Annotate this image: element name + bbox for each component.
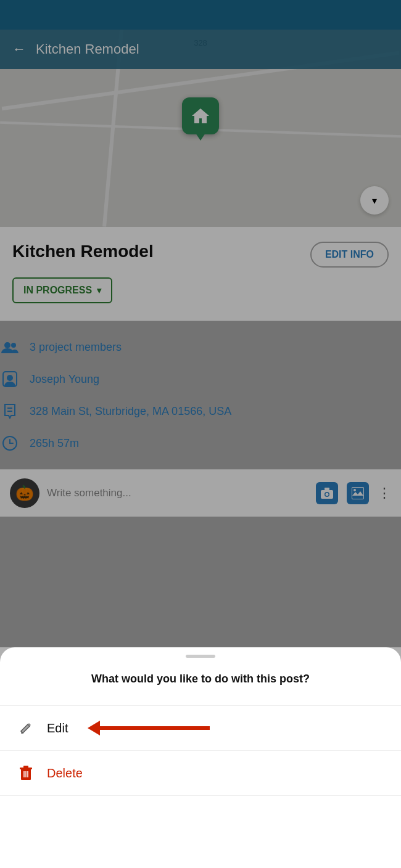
svg-rect-18 [23,766,28,768]
delete-label: Delete [47,766,83,780]
edit-label: Edit [47,721,68,735]
delete-item[interactable]: Delete [0,751,401,795]
arrow-head [88,721,100,735]
arrow-container [88,721,210,735]
bottom-sheet: What would you like to do with this post… [0,647,401,868]
arrow-line [99,726,210,730]
edit-item[interactable]: Edit [0,706,401,750]
sheet-title: What would you like to do with this post… [0,673,401,686]
sheet-handle [186,655,215,658]
pencil-icon [19,721,33,735]
trash-icon [19,766,33,780]
dim-overlay [0,0,401,647]
edit-icon [17,719,35,737]
divider [0,795,401,796]
delete-icon [17,764,35,782]
